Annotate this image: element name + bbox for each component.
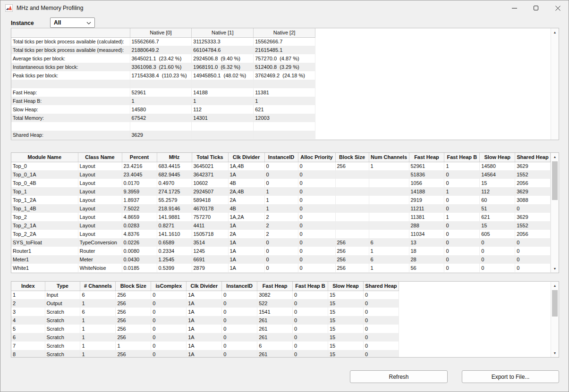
scroll-down-icon[interactable]: ▼ bbox=[551, 265, 559, 273]
table-cell[interactable]: 14580 bbox=[130, 105, 192, 114]
table-cell[interactable]: 621 bbox=[254, 105, 315, 114]
table-cell[interactable]: 0 bbox=[151, 342, 187, 350]
export-button[interactable]: Export to File... bbox=[462, 370, 559, 383]
table-cell[interactable]: 6 bbox=[257, 342, 293, 350]
table-cell[interactable]: TypeConversion bbox=[78, 238, 122, 247]
table-cell[interactable]: 0 bbox=[151, 350, 187, 358]
table-cell[interactable]: 0 bbox=[298, 187, 335, 196]
table-cell[interactable]: 0.0226 bbox=[122, 238, 157, 247]
table-cell[interactable] bbox=[11, 122, 130, 131]
table-cell[interactable]: 2 bbox=[264, 230, 298, 238]
table-cell[interactable]: 0 bbox=[151, 325, 187, 333]
table-row[interactable]: 8Scratch125601A02610150 bbox=[11, 350, 399, 358]
table-cell[interactable]: 0 bbox=[444, 238, 480, 247]
table-cell[interactable]: 1552 bbox=[515, 221, 551, 230]
table-row[interactable]: Top_1_4BLayout7.5022218.914646701784B101… bbox=[11, 204, 551, 213]
table-cell[interactable]: Fast Heap: bbox=[11, 88, 130, 97]
column-header[interactable]: InstanceID bbox=[264, 153, 298, 162]
column-header[interactable]: # Channels bbox=[80, 282, 116, 291]
table-cell[interactable]: Top_1_2A bbox=[11, 196, 78, 204]
table-cell[interactable]: 1A bbox=[187, 308, 222, 316]
table-cell[interactable]: 1A bbox=[228, 264, 264, 272]
table-cell[interactable]: 3 bbox=[11, 308, 45, 316]
table-cell[interactable]: 23.4045 bbox=[122, 170, 157, 179]
table-row[interactable]: Top_2_2ALayout4.8376141.161015057182A201… bbox=[11, 230, 551, 238]
table-cell[interactable] bbox=[335, 204, 369, 213]
table-cell[interactable]: 15 bbox=[328, 350, 364, 358]
column-header[interactable]: Num Channels bbox=[369, 153, 409, 162]
table-cell[interactable]: 261 bbox=[257, 325, 293, 333]
table-cell[interactable]: 0.0185 bbox=[122, 264, 157, 272]
table-cell[interactable]: 21880649.2 bbox=[130, 46, 192, 54]
table-cell[interactable]: 0 bbox=[444, 170, 480, 179]
table-cell[interactable] bbox=[369, 187, 409, 196]
table-row[interactable] bbox=[11, 80, 315, 88]
table-cell[interactable]: 0 bbox=[298, 238, 335, 247]
table-cell[interactable]: Scratch bbox=[45, 333, 80, 342]
table-cell[interactable]: 0 bbox=[222, 342, 257, 350]
table-cell[interactable]: 11381 bbox=[409, 213, 444, 221]
column-header[interactable]: Native [0] bbox=[130, 28, 192, 37]
table-cell[interactable]: 0 bbox=[515, 264, 551, 272]
column-header[interactable]: Class Name bbox=[78, 153, 122, 162]
table-cell[interactable]: 1 bbox=[80, 350, 116, 358]
table-cell[interactable]: 1A bbox=[228, 221, 264, 230]
table-cell[interactable]: 2 bbox=[11, 299, 45, 308]
table-cell[interactable]: 0 bbox=[264, 247, 298, 255]
table-cell[interactable] bbox=[254, 131, 315, 139]
table-cell[interactable]: Layout bbox=[78, 213, 122, 221]
table-row[interactable]: Instantaneous ticks per block:3361098.3 … bbox=[11, 63, 315, 71]
table-cell[interactable]: 14301 bbox=[192, 114, 254, 122]
table-cell[interactable]: 9.3959 bbox=[122, 187, 157, 196]
table-cell[interactable]: 15 bbox=[328, 316, 364, 325]
table-cell[interactable]: 0 bbox=[480, 264, 515, 272]
table-cell[interactable]: 7.5022 bbox=[122, 204, 157, 213]
table-cell[interactable]: 0.0170 bbox=[122, 179, 157, 187]
table-cell[interactable]: 3082 bbox=[257, 291, 293, 299]
column-header[interactable]: Shared Heap bbox=[515, 153, 551, 162]
table-cell[interactable]: 3645021 bbox=[192, 162, 228, 170]
table-cell[interactable]: 6 bbox=[369, 238, 409, 247]
table-cell[interactable]: 1A bbox=[187, 299, 222, 308]
table-cell[interactable]: 1 bbox=[80, 299, 116, 308]
column-header[interactable]: Fast Heap B bbox=[444, 153, 480, 162]
table-cell[interactable]: 0 bbox=[444, 204, 480, 213]
table-cell[interactable]: 1 bbox=[11, 291, 45, 299]
table-cell[interactable]: 0 bbox=[264, 162, 298, 170]
column-header[interactable]: Clk Divider bbox=[187, 282, 222, 291]
table-cell[interactable]: Scratch bbox=[45, 342, 80, 350]
column-header[interactable]: Shared Heap bbox=[363, 282, 399, 291]
column-header[interactable] bbox=[11, 28, 130, 37]
table-cell[interactable]: 0 bbox=[363, 316, 399, 325]
column-header[interactable]: isComplex bbox=[151, 282, 187, 291]
table-cell[interactable]: 3514 bbox=[192, 238, 228, 247]
table-cell[interactable]: 2924506.8 (9.40 %) bbox=[192, 54, 254, 63]
table-row[interactable]: Top_2Layout4.8659141.98817572701A,2A2011… bbox=[11, 213, 551, 221]
table-cell[interactable]: 6691 bbox=[192, 255, 228, 264]
table-cell[interactable]: 757270 bbox=[192, 213, 228, 221]
table-row[interactable]: White1WhiteNoise0.01850.539928791A002561… bbox=[11, 264, 551, 272]
scroll-up-icon[interactable]: ▲ bbox=[551, 153, 559, 161]
table-cell[interactable]: 52961 bbox=[409, 162, 444, 170]
table-cell[interactable]: 1245 bbox=[192, 247, 228, 255]
table-cell[interactable]: 0 bbox=[222, 308, 257, 316]
table-cell[interactable]: 0 bbox=[293, 342, 328, 350]
table-cell[interactable]: 2A bbox=[228, 230, 264, 238]
table-cell[interactable]: 1552 bbox=[515, 170, 551, 179]
table-cell[interactable]: 256 bbox=[116, 333, 151, 342]
table-cell[interactable]: 0 bbox=[293, 316, 328, 325]
table-cell[interactable]: 1 bbox=[130, 97, 192, 105]
table-cell[interactable]: 1 bbox=[369, 247, 409, 255]
table-cell[interactable]: 0 bbox=[363, 308, 399, 316]
table-cell[interactable]: 4 bbox=[11, 316, 45, 325]
table-cell[interactable]: 15 bbox=[328, 333, 364, 342]
table-cell[interactable]: 0.0080 bbox=[122, 247, 157, 255]
scroll-down-icon[interactable]: ▼ bbox=[551, 349, 559, 357]
table-cell[interactable]: 11211 bbox=[409, 204, 444, 213]
table-row[interactable]: Top_1_2ALayout1.893755.25795894182A10291… bbox=[11, 196, 551, 204]
table-cell[interactable]: Layout bbox=[78, 230, 122, 238]
table-cell[interactable]: Top_0_1A bbox=[11, 170, 78, 179]
column-header[interactable]: Alloc Priority bbox=[298, 153, 335, 162]
table-cell[interactable]: 1 bbox=[254, 97, 315, 105]
table-cell[interactable]: 1A bbox=[187, 333, 222, 342]
